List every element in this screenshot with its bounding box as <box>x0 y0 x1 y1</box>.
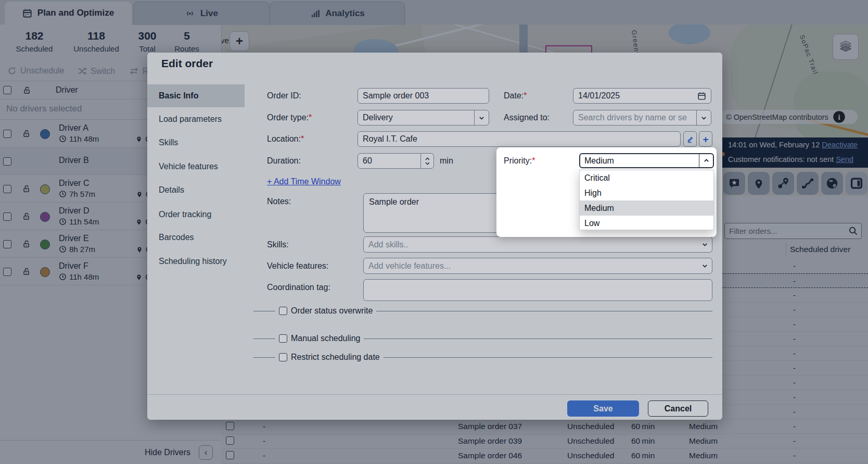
required-asterisk: * <box>532 156 535 165</box>
priority-option-critical[interactable]: Critical <box>580 170 713 185</box>
priority-value: Medium <box>580 156 699 166</box>
priority-option-low[interactable]: Low <box>580 216 713 231</box>
chevron-up-icon <box>699 154 713 167</box>
priority-dropdown-list: Critical High Medium Low <box>579 170 714 230</box>
priority-option-high[interactable]: High <box>580 185 713 200</box>
priority-option-medium[interactable]: Medium <box>580 200 713 216</box>
priority-label: Priority:* <box>504 156 535 166</box>
app: Greenview SoPac Trail ve + <box>0 0 868 464</box>
dropdown-backdrop <box>0 0 868 464</box>
priority-select[interactable]: Medium <box>579 153 714 168</box>
priority-popup: Priority:* Medium Critical High Medium L… <box>496 147 717 237</box>
